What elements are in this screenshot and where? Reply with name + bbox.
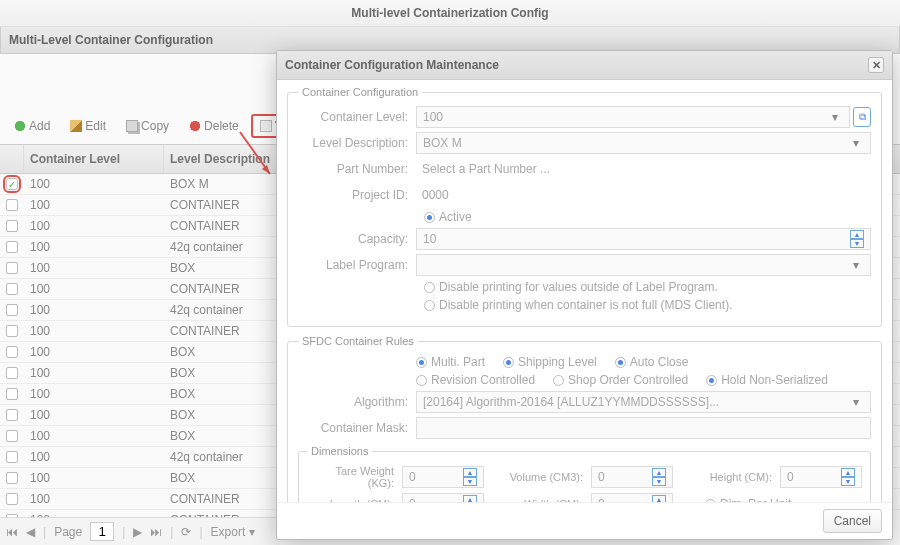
label-part-number: Part Number: — [298, 162, 416, 176]
volume-spinner[interactable]: 0▲▼ — [591, 466, 673, 488]
pager: ⏮ ◀ | Page | ▶ ⏭ | ⟳ | Export ▾ — [0, 517, 280, 545]
page-input[interactable] — [90, 522, 114, 541]
option-disable-outside[interactable]: Disable printing for values outside of L… — [424, 280, 718, 294]
label-height: Height (CM): — [685, 471, 780, 483]
row-checkbox[interactable] — [6, 409, 18, 421]
row-checkbox[interactable] — [6, 241, 18, 253]
label-label-program: Label Program: — [298, 258, 416, 272]
delete-button[interactable]: Delete — [181, 115, 247, 137]
cell-level: 100 — [24, 490, 164, 508]
label-algorithm: Algorithm: — [298, 395, 416, 409]
algorithm-combo[interactable]: [20164] Algorithm-20164 [ALLUZ1YYMMDDSSS… — [416, 391, 871, 413]
pager-first-icon[interactable]: ⏮ — [6, 525, 18, 539]
export-button[interactable]: Export ▾ — [211, 525, 255, 539]
pager-last-icon[interactable]: ⏭ — [150, 525, 162, 539]
cell-level: 100 — [24, 280, 164, 298]
label-capacity: Capacity: — [298, 232, 416, 246]
row-checkbox[interactable] — [6, 493, 18, 505]
height-spinner[interactable]: 0▲▼ — [780, 466, 862, 488]
pager-prev-icon[interactable]: ◀ — [26, 525, 35, 539]
row-checkbox[interactable] — [6, 325, 18, 337]
row-checkbox[interactable] — [6, 367, 18, 379]
row-checkbox[interactable] — [6, 178, 18, 190]
label-project-id: Project ID: — [298, 188, 416, 202]
option-auto-close[interactable]: Auto Close — [615, 355, 689, 369]
length-spinner[interactable]: 0▲▼ — [402, 493, 484, 502]
delete-icon — [189, 120, 201, 132]
label-container-level: Container Level: — [298, 110, 416, 124]
row-checkbox[interactable] — [6, 304, 18, 316]
cell-level: 100 — [24, 469, 164, 487]
option-shipping-level[interactable]: Shipping Level — [503, 355, 597, 369]
cell-level: 100 — [24, 238, 164, 256]
legend-rules: SFDC Container Rules — [298, 335, 418, 347]
cell-level: 100 — [24, 364, 164, 382]
cell-level: 100 — [24, 196, 164, 214]
row-checkbox[interactable] — [6, 283, 18, 295]
capacity-spinner[interactable]: 10▲▼ — [416, 228, 871, 250]
option-disable-notfull[interactable]: Disable printing when container is not f… — [424, 298, 732, 312]
chevron-down-icon: ▾ — [848, 257, 864, 273]
label-level-desc: Level Description: — [298, 136, 416, 150]
tare-spinner[interactable]: 0▲▼ — [402, 466, 484, 488]
container-level-combo[interactable]: 100▾ — [416, 106, 850, 128]
row-checkbox[interactable] — [6, 262, 18, 274]
copy-button[interactable]: Copy — [118, 115, 177, 137]
cell-level: 100 — [24, 343, 164, 361]
label-tare: Tare Weight (KG): — [307, 465, 402, 489]
label-container-mask: Container Mask: — [298, 421, 416, 435]
width-spinner[interactable]: 0▲▼ — [591, 493, 673, 502]
plus-icon — [14, 120, 26, 132]
view-icon — [260, 120, 272, 132]
option-multi-part[interactable]: Multi. Part — [416, 355, 485, 369]
cell-level: 100 — [24, 259, 164, 277]
cancel-button[interactable]: Cancel — [823, 509, 882, 533]
row-checkbox[interactable] — [6, 388, 18, 400]
section-dimensions: Dimensions Tare Weight (KG):0▲▼ Volume (… — [298, 445, 871, 502]
cell-level: 100 — [24, 406, 164, 424]
chevron-down-icon: ▾ — [848, 394, 864, 410]
cell-level: 100 — [24, 217, 164, 235]
row-checkbox[interactable] — [6, 430, 18, 442]
part-number-field[interactable]: Select a Part Number ... — [416, 158, 871, 180]
pencil-icon — [70, 120, 82, 132]
option-hold-non-serialized[interactable]: Hold Non-Serialized — [706, 373, 828, 387]
label-volume: Volume (CM3): — [496, 471, 591, 483]
row-checkbox[interactable] — [6, 199, 18, 211]
dialog: Container Configuration Maintenance ✕ Co… — [276, 50, 893, 540]
cell-level: 100 — [24, 385, 164, 403]
row-checkbox[interactable] — [6, 346, 18, 358]
close-icon[interactable]: ✕ — [868, 57, 884, 73]
cell-level: 100 — [24, 448, 164, 466]
container-level-aux-button[interactable]: ⧉ — [853, 107, 871, 127]
app-title: Multi-level Containerization Config — [0, 0, 900, 27]
edit-button[interactable]: Edit — [62, 115, 114, 137]
cell-level: 100 — [24, 427, 164, 445]
chevron-down-icon: ▾ — [827, 109, 843, 125]
project-id-field[interactable]: 0000 — [416, 184, 871, 206]
row-checkbox[interactable] — [6, 451, 18, 463]
copy-icon — [126, 120, 138, 132]
pager-next-icon[interactable]: ▶ — [133, 525, 142, 539]
section-sfdc-rules: SFDC Container Rules Multi. Part Shippin… — [287, 335, 882, 502]
container-mask-input[interactable] — [416, 417, 871, 439]
dialog-header: Container Configuration Maintenance ✕ — [277, 51, 892, 80]
page-label: Page — [54, 525, 82, 539]
row-checkbox[interactable] — [6, 220, 18, 232]
add-button[interactable]: Add — [6, 115, 58, 137]
cell-level: 100 — [24, 322, 164, 340]
label-program-combo[interactable]: ▾ — [416, 254, 871, 276]
cell-level: 100 — [24, 175, 164, 193]
section-container-config: Container Configuration Container Level:… — [287, 86, 882, 327]
cell-level: 100 — [24, 301, 164, 319]
option-revision-controlled[interactable]: Revision Controlled — [416, 373, 535, 387]
pager-refresh-icon[interactable]: ⟳ — [181, 525, 191, 539]
row-checkbox[interactable] — [6, 472, 18, 484]
active-checkbox[interactable]: Active — [424, 210, 472, 224]
legend-config: Container Configuration — [298, 86, 422, 98]
dialog-title: Container Configuration Maintenance — [285, 58, 499, 72]
option-shop-order-controlled[interactable]: Shop Order Controlled — [553, 373, 688, 387]
col-container-level[interactable]: Container Level — [24, 145, 164, 173]
level-desc-combo[interactable]: BOX M▾ — [416, 132, 871, 154]
chevron-down-icon: ▾ — [848, 135, 864, 151]
